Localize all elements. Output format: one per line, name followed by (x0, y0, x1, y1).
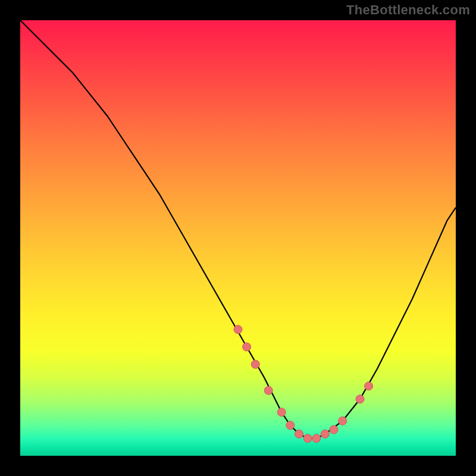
plot-area (20, 20, 456, 456)
marker-point (264, 386, 273, 394)
marker-point (234, 325, 242, 334)
marker-group (234, 325, 373, 443)
marker-point (321, 430, 329, 438)
marker-point (303, 434, 312, 443)
marker-point (251, 360, 259, 368)
watermark-text: TheBottleneck.com (346, 2, 470, 18)
marker-point (312, 434, 321, 443)
marker-point (286, 421, 295, 430)
curve-svg (20, 20, 456, 456)
chart-frame: TheBottleneck.com (0, 0, 476, 476)
marker-point (243, 343, 251, 351)
bottleneck-curve (20, 20, 456, 439)
marker-point (330, 425, 338, 434)
marker-point (365, 382, 373, 390)
marker-point (277, 408, 286, 416)
marker-point (295, 430, 303, 438)
marker-point (339, 416, 347, 425)
marker-point (356, 395, 364, 403)
